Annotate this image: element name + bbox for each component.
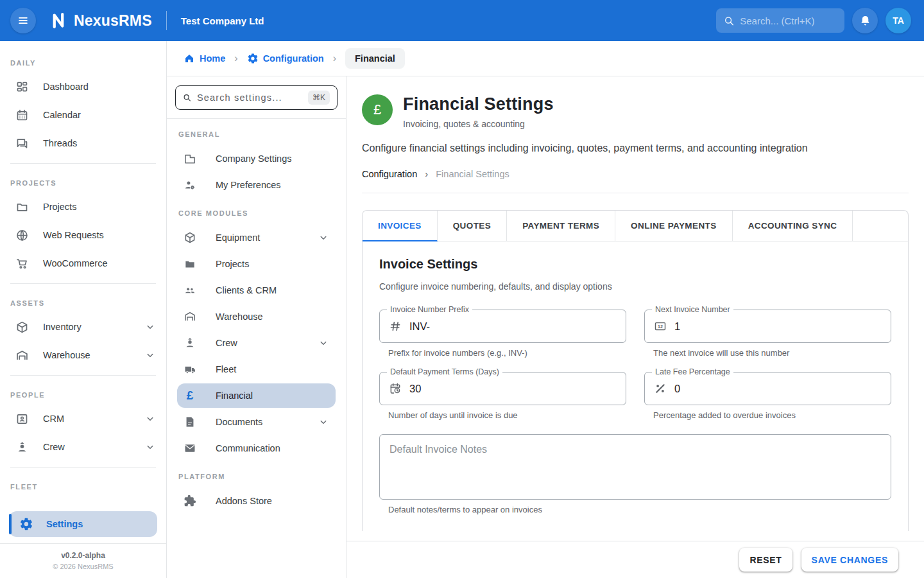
tab-quotes[interactable]: QUOTES [438,211,507,241]
page-breadcrumb-parent[interactable]: Configuration [362,169,417,179]
sidebar-item-crew[interactable]: Crew [0,433,166,461]
late-fee-input[interactable] [674,383,882,395]
reset-button[interactable]: RESET [739,548,792,572]
sidebar-item-label: Dashboard [43,82,156,92]
sidebar-item-crm[interactable]: CRM [0,405,166,433]
settings-item-communication[interactable]: Communication [177,436,336,460]
settings-item-label: Clients & CRM [216,285,329,295]
folder-icon [184,258,196,270]
next-invoice-number-field[interactable]: Next Invoice Number 12 [644,310,891,343]
field-helper: Number of days until invoice is due [388,410,626,420]
divider [362,193,909,193]
global-search[interactable] [716,8,844,33]
next-invoice-number-input[interactable] [674,320,882,333]
sidebar-item-label: Warehouse [43,350,130,360]
envelope-icon [184,442,196,455]
pound-icon: £ [184,389,196,402]
notifications-button[interactable] [852,8,878,33]
sidebar-item-warehouse[interactable]: Warehouse [0,341,166,369]
settings-item-clients-crm[interactable]: Clients & CRM [177,278,336,302]
group-caption-core-modules: CORE MODULES [177,199,336,223]
sidebar-item-label: Settings [46,519,83,529]
main-scroll[interactable]: £ Financial Settings Invoicing, quotes &… [346,76,924,541]
invoice-prefix-field[interactable]: Invoice Number Prefix [379,310,626,343]
default-invoice-notes-textarea[interactable] [379,434,891,500]
sidebar-item-settings[interactable]: Settings [9,511,157,537]
settings-item-label: Addons Store [216,496,329,506]
settings-search[interactable]: ⌘K [175,85,338,110]
global-search-input[interactable] [740,15,837,26]
settings-item-warehouse[interactable]: Warehouse [177,304,336,329]
settings-search-wrap: ⌘K [167,76,346,119]
crew-person-icon [15,441,29,454]
divider [10,283,156,284]
tab-online-payments[interactable]: ONLINE PAYMENTS [615,211,733,241]
payment-terms-field[interactable]: Default Payment Terms (Days) [379,372,626,405]
sidebar-item-calendar[interactable]: Calendar [0,101,166,129]
tab-filler [853,211,908,241]
company-building-icon [184,152,196,165]
shortcut-badge: ⌘K [308,91,330,105]
copyright-label: © 2026 NexusRMS [0,563,166,570]
left-sidebar-nav: DAILY Dashboard Calendar Threads PROJECT… [0,41,166,496]
field-helper: Percentage added to overdue invoices [653,410,891,420]
settings-item-fleet[interactable]: Fleet [177,357,336,381]
settings-item-my-preferences[interactable]: My Preferences [177,173,336,197]
field-block-next-invoice-number: Next Invoice Number 12 The next invoice … [644,310,891,372]
settings-item-financial[interactable]: £ Financial [177,383,336,408]
tab-payment-terms[interactable]: PAYMENT TERMS [507,211,615,241]
svg-text:12: 12 [658,324,663,329]
breadcrumb-home[interactable]: Home [184,53,225,64]
section-caption-projects: PROJECTS [0,170,166,193]
crew-person-icon [184,337,196,349]
settings-item-label: Financial [216,390,329,401]
section-caption-fleet: FLEET [0,474,166,496]
invoice-form-grid: Invoice Number Prefix Prefix for invoice… [379,310,891,434]
folder-icon [15,200,29,214]
breadcrumb: Home › Configuration › Financial [167,41,924,76]
section-heading: Invoice Settings [379,257,891,272]
menu-button[interactable] [10,8,36,33]
sidebar-item-threads[interactable]: Threads [0,129,166,157]
globe-icon [15,229,29,242]
settings-item-label: Projects [216,259,329,269]
sidebar-item-projects[interactable]: Projects [0,193,166,221]
settings-item-equipment[interactable]: Equipment [177,225,336,250]
tab-invoices[interactable]: INVOICES [363,211,438,241]
sidebar-item-label: Threads [43,138,156,148]
cart-icon [15,257,29,270]
sidebar-item-dashboard[interactable]: Dashboard [0,73,166,101]
field-block-payment-terms: Default Payment Terms (Days) Number of d… [379,372,626,434]
sidebar-item-label: Inventory [43,322,130,332]
calendar-icon [15,109,29,122]
settings-item-company-settings[interactable]: Company Settings [177,146,336,171]
tab-accounting-sync[interactable]: ACCOUNTING SYNC [733,211,853,241]
payment-terms-input[interactable] [409,383,617,395]
settings-item-label: Documents [216,417,298,427]
avatar[interactable]: TA [886,8,911,33]
sidebar-item-woocommerce[interactable]: WooCommerce [0,249,166,277]
settings-item-addons-store[interactable]: Addons Store [177,489,336,513]
number-123-icon: 12 [654,320,667,333]
sidebar-item-web-requests[interactable]: Web Requests [0,221,166,249]
breadcrumb-configuration[interactable]: Configuration [247,53,324,64]
settings-search-input[interactable] [197,92,302,103]
divider [10,163,156,164]
settings-item-crew[interactable]: Crew [177,331,336,355]
late-fee-field[interactable]: Late Fee Percentage [644,372,891,405]
breadcrumb-separator: › [233,53,239,64]
sidebar-item-inventory[interactable]: Inventory [0,313,166,341]
right-column: Home › Configuration › Financial [167,41,924,578]
sidebar-item-label: CRM [43,414,130,424]
people-group-icon [184,284,196,297]
page-header-text: Financial Settings Invoicing, quotes & a… [403,94,554,129]
puzzle-icon [184,495,196,507]
group-caption-platform: PLATFORM [177,462,336,487]
gear-icon [19,517,33,531]
divider [10,375,156,376]
save-changes-button[interactable]: SAVE CHANGES [801,548,898,572]
settings-item-label: Company Settings [216,153,329,164]
settings-item-documents[interactable]: Documents [177,410,336,434]
settings-item-projects[interactable]: Projects [177,252,336,276]
invoice-prefix-input[interactable] [409,320,617,333]
